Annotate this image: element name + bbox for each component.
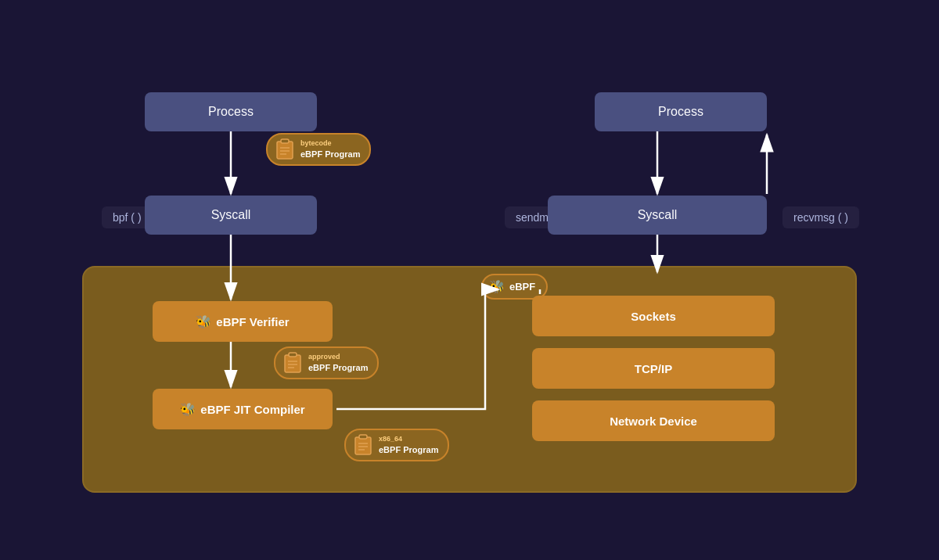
right-syscall-box: Syscall: [548, 196, 767, 235]
right-process-label: Process: [658, 105, 703, 119]
recvmsg-label: recvmsg ( ): [782, 206, 859, 228]
approved-badge: approved eBPF Program: [274, 346, 379, 379]
right-process-box: Process: [595, 92, 767, 131]
left-process-box: Process: [145, 92, 317, 131]
bytecode-badge: bytecode eBPF Program: [266, 133, 371, 166]
x86-badge: x86_64 eBPF Program: [344, 429, 449, 461]
sockets-box: Sockets: [532, 296, 775, 336]
ebpf-verifier-box: 🐝 eBPF Verifier: [153, 301, 333, 342]
svg-rect-5: [285, 355, 300, 372]
svg-rect-0: [277, 142, 293, 159]
left-process-label: Process: [208, 105, 254, 119]
svg-rect-11: [359, 435, 367, 439]
left-syscall-box: Syscall: [145, 196, 317, 235]
right-syscall-label: Syscall: [638, 208, 678, 222]
diagram-container: Process Process bpf ( ) sendmsg ( ) recv…: [0, 0, 939, 560]
ebpf-jit-box: 🐝 eBPF JIT Compiler: [153, 389, 333, 429]
tcpip-box: TCP/IP: [532, 348, 775, 389]
network-device-box: Network Device: [532, 400, 775, 441]
svg-rect-1: [281, 139, 289, 143]
left-syscall-label: Syscall: [211, 208, 251, 222]
svg-rect-6: [289, 353, 297, 357]
svg-rect-10: [355, 437, 371, 454]
